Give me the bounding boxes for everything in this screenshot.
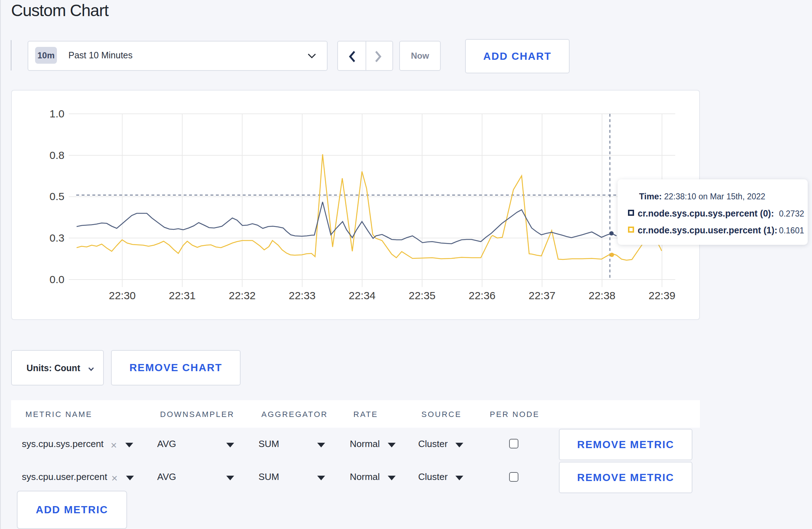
svg-text:22:34: 22:34 <box>349 290 376 301</box>
svg-text:22:33: 22:33 <box>289 290 315 301</box>
svg-text:0.3: 0.3 <box>49 232 64 244</box>
svg-text:22:32: 22:32 <box>229 290 256 301</box>
svg-text:0.8: 0.8 <box>49 149 64 161</box>
svg-text:22:30: 22:30 <box>109 290 136 301</box>
svg-text:22:39: 22:39 <box>648 290 675 301</box>
svg-text:22:37: 22:37 <box>528 290 555 301</box>
svg-text:22:36: 22:36 <box>469 290 496 301</box>
svg-text:0.5: 0.5 <box>49 190 64 202</box>
svg-text:0.0: 0.0 <box>49 273 64 285</box>
svg-text:22:35: 22:35 <box>409 290 435 301</box>
svg-text:1.0: 1.0 <box>49 108 64 120</box>
svg-text:22:38: 22:38 <box>589 290 615 301</box>
svg-text:22:31: 22:31 <box>169 290 195 301</box>
